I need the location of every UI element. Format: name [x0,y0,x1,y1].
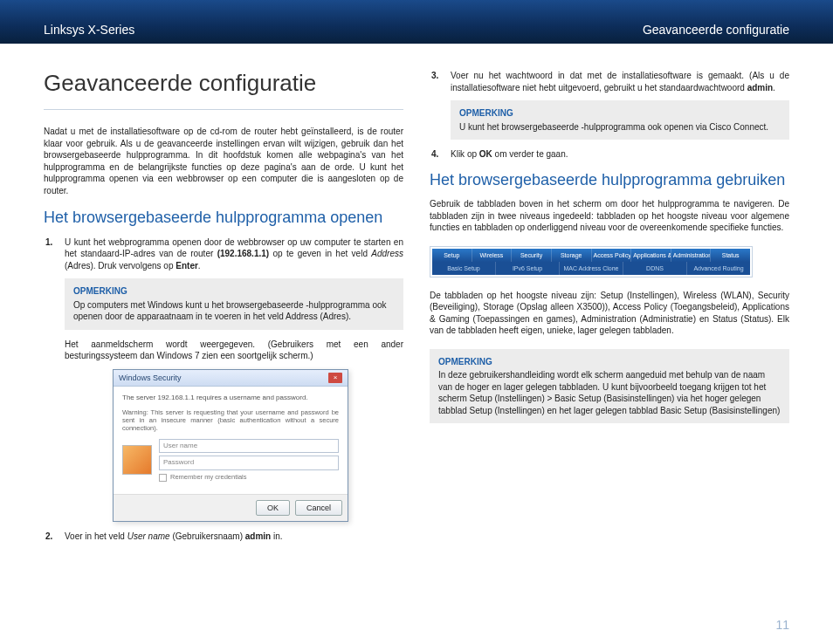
right-column: Voer nu het wachtwoord in dat met de ins… [430,70,789,552]
note-title: OPMERKING [459,107,781,120]
after-note-text: Het aanmeldscherm wordt weergegeven. (Ge… [65,339,403,362]
use-paragraph-1: Gebruik de tabbladen boven in het scherm… [430,198,789,234]
note-title: OPMERKING [438,356,781,368]
tab-access-policy[interactable]: Access Policy [592,249,632,262]
subtab-ipv6[interactable]: IPv6 Setup [496,262,560,275]
intro-paragraph: Nadat u met de installatiesoftware op de… [44,126,403,196]
subtab-adv-routing[interactable]: Advanced Routing [687,262,750,275]
tab-administration[interactable]: Administration [671,249,712,262]
note-body: Op computers met Windows kunt u het brow… [73,299,395,323]
step-1: U kunt het webprogramma openen door de w… [65,236,403,523]
tab-wireless[interactable]: Wireless [472,249,513,262]
step-2: Voer in het veld User name (Gebruikersna… [65,531,403,543]
left-column: Geavanceerde configuratie Nadat u met de… [44,70,403,552]
dialog-line1: The server 192.168.1.1 requires a userna… [122,394,339,403]
close-icon[interactable]: × [328,373,342,383]
tab-apps-gaming[interactable]: Applications & Gaming [631,249,671,262]
credential-fields: User name Password Remember my credentia… [159,439,339,483]
steps-list-left: U kunt het webprogramma openen door de w… [44,236,403,543]
header-left: Linksys X-Series [44,23,134,37]
subtab-ddns[interactable]: DDNS [623,262,687,275]
dialog-buttons: OK Cancel [114,494,348,521]
dialog-titlebar: Windows Security × [114,370,348,387]
windows-security-dialog: Windows Security × The server 192.168.1.… [113,369,348,523]
note-box-3: OPMERKING In deze gebruikershandleiding … [430,349,789,424]
use-paragraph-2: De tabbladen op het hoogste niveau zijn:… [430,290,789,337]
page-title: Geavanceerde configuratie [44,70,403,97]
credentials-row: User name Password Remember my credentia… [122,439,339,483]
dialog-body: The server 192.168.1.1 requires a userna… [114,387,348,495]
note-box-1: OPMERKING Op computers met Windows kunt … [65,278,403,330]
note-box-2: OPMERKING U kunt het browsergebaseerde -… [451,100,789,140]
checkbox-icon[interactable] [159,474,167,482]
avatar-icon [122,445,152,475]
page-header: Linksys X-Series Geavanceerde configurat… [0,0,833,44]
page-number: 11 [775,618,789,632]
page-content: Geavanceerde configuratie Nadat u met de… [0,44,833,552]
subtab-mac-clone[interactable]: MAC Address Clone [560,262,623,275]
tabs-screenshot: Setup Wireless Security Storage Access P… [430,246,753,277]
ok-button[interactable]: OK [256,500,290,516]
tab-storage[interactable]: Storage [552,249,592,262]
steps-list-right: Voer nu het wachtwoord in dat met de ins… [430,70,789,161]
tab-status[interactable]: Status [711,249,750,262]
note-title: OPMERKING [73,285,395,298]
remember-checkbox-row[interactable]: Remember my credentials [159,473,339,482]
tabs-row-bottom: Basic Setup IPv6 Setup MAC Address Clone… [432,262,750,275]
dialog-title: Windows Security [119,373,182,383]
title-rule [44,109,403,110]
step-3: Voer nu het wachtwoord in dat met de ins… [451,70,789,140]
username-input[interactable]: User name [159,439,339,454]
section-heading-use: Het browsergebaseerde hulpprogramma gebr… [430,171,789,190]
note-body: In deze gebruikershandleiding wordt elk … [438,369,781,416]
password-input[interactable]: Password [159,456,339,470]
tabs-row-top: Setup Wireless Security Storage Access P… [432,249,750,262]
remember-label: Remember my credentials [170,473,247,482]
section-heading-open: Het browsergebaseerde hulpprogramma open… [44,209,403,228]
cancel-button[interactable]: Cancel [295,500,342,516]
tab-security[interactable]: Security [512,249,552,262]
step-4: Klik op OK om verder te gaan. [451,148,789,161]
subtab-basic-setup[interactable]: Basic Setup [432,262,496,275]
note-body: U kunt het browsergebaseerde -hulpprogra… [459,121,781,134]
tab-setup[interactable]: Setup [432,249,472,262]
dialog-warning: Warning: This server is requesting that … [122,408,339,432]
header-right: Geavanceerde configuratie [643,23,789,37]
